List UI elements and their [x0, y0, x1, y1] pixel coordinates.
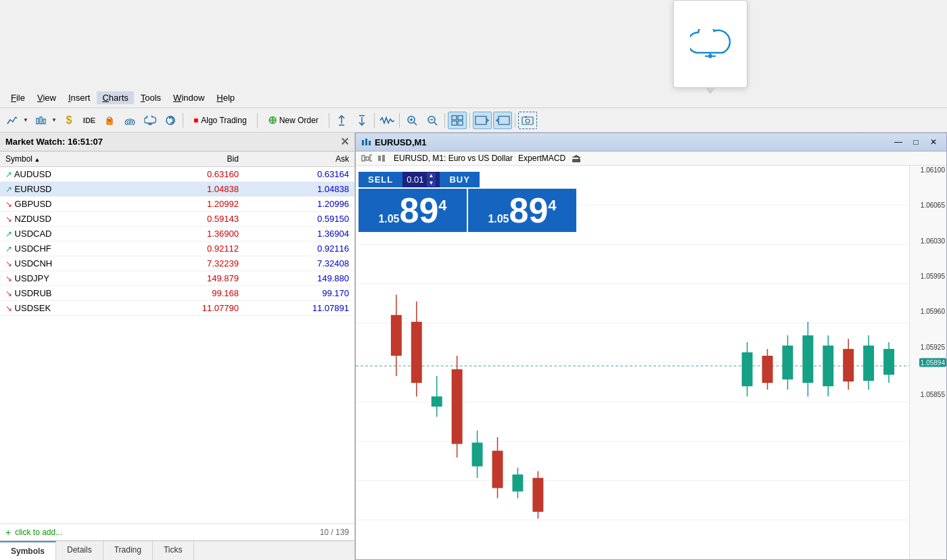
sep1 — [183, 113, 183, 128]
line-chart-arrow[interactable]: ▼ — [22, 112, 30, 129]
chart-maximize[interactable]: □ — [908, 136, 923, 148]
ask-value: 99.170 — [244, 286, 354, 301]
tab-details[interactable]: Details — [56, 541, 103, 560]
bar-chart-btn[interactable] — [31, 112, 50, 129]
signal-btn[interactable] — [120, 112, 139, 129]
tab-ticks[interactable]: Ticks — [153, 541, 194, 560]
ide-btn[interactable]: IDE — [80, 112, 99, 129]
new-order-btn[interactable]: ⊕ New Order — [260, 112, 326, 129]
price-2: 1.06065 — [921, 202, 945, 209]
bar-chart-group: ▼ — [31, 112, 58, 129]
zoom-in-btn[interactable] — [402, 112, 421, 129]
lot-increase[interactable]: ▲ — [427, 172, 436, 179]
direction-icon: ↘ — [5, 214, 12, 224]
table-row[interactable]: ↘ NZDUSD 0.59143 0.59150 — [0, 212, 354, 227]
table-row[interactable]: ↗ AUDUSD 0.63160 0.63164 — [0, 167, 354, 182]
svg-rect-34 — [525, 116, 527, 118]
bid-value: 1.20992 — [134, 197, 244, 212]
grid-btn[interactable] — [448, 112, 467, 129]
tab-trading[interactable]: Trading — [103, 541, 153, 560]
table-row[interactable]: ↘ USDSEK 11.07790 11.07891 — [0, 301, 354, 316]
svg-rect-36 — [365, 139, 367, 145]
table-row[interactable]: ↘ USDJPY 149.879 149.880 — [0, 271, 354, 286]
svg-rect-28 — [452, 121, 457, 125]
svg-rect-29 — [458, 121, 463, 125]
svg-rect-76 — [762, 356, 773, 383]
market-watch-tabs: Symbols Details Trading Ticks — [0, 540, 354, 560]
svg-rect-45 — [578, 157, 580, 160]
direction-icon: ↘ — [5, 200, 12, 209]
svg-rect-6 — [108, 120, 111, 122]
scroll-left-btn[interactable] — [493, 112, 512, 129]
svg-point-33 — [526, 119, 530, 123]
chart-close[interactable]: ✕ — [926, 136, 941, 148]
menu-window[interactable]: Window — [168, 91, 210, 104]
svg-rect-37 — [369, 141, 371, 145]
table-row[interactable]: ↗ EURUSD 1.04838 1.04838 — [0, 182, 354, 197]
main-area: Market Watch: 16:51:07 ✕ Symbol Bid Ask … — [0, 133, 947, 560]
menu-charts[interactable]: Charts — [97, 91, 133, 104]
menu-file[interactable]: File — [5, 91, 30, 104]
menu-view[interactable]: View — [32, 91, 62, 104]
add-label[interactable]: click to add... — [15, 528, 62, 537]
svg-line-20 — [414, 122, 417, 125]
trade-up-btn[interactable] — [332, 112, 351, 129]
refresh-btn[interactable] — [161, 112, 180, 129]
table-row[interactable]: ↗ USDCHF 0.92112 0.92116 — [0, 241, 354, 256]
menu-help[interactable]: Help — [211, 91, 240, 104]
add-icon: + — [5, 527, 11, 538]
sell-price-box: 1.05 89 4 — [359, 189, 467, 232]
algo-trading-btn[interactable]: ■ Algo Trading — [186, 112, 254, 129]
chart-minimize[interactable]: — — [891, 136, 906, 148]
wave-btn[interactable] — [377, 112, 396, 129]
market-watch-panel: Market Watch: 16:51:07 ✕ Symbol Bid Ask … — [0, 133, 355, 560]
table-row[interactable]: ↘ GBPUSD 1.20992 1.20996 — [0, 197, 354, 212]
dollar-btn[interactable]: $ — [60, 112, 78, 129]
symbol-name: ↘ USDSEK — [0, 301, 134, 316]
lot-control: 0.01 ▲ ▼ — [402, 172, 440, 187]
col-symbol[interactable]: Symbol — [0, 151, 134, 167]
line-chart-btn[interactable] — [3, 112, 22, 129]
lot-decrease[interactable]: ▼ — [427, 180, 436, 187]
scroll-right-btn[interactable] — [473, 112, 492, 129]
ask-value: 0.59150 — [244, 212, 354, 227]
menu-insert[interactable]: Insert — [63, 91, 96, 104]
buy-price-box: 1.05 89 4 — [468, 189, 576, 232]
symbol-name: ↗ USDCAD — [0, 227, 134, 241]
bid-value: 11.07790 — [134, 301, 244, 316]
table-row[interactable]: ↗ USDCAD 1.36900 1.36904 — [0, 227, 354, 241]
col-bid[interactable]: Bid — [134, 151, 244, 167]
bid-value: 149.879 — [134, 271, 244, 286]
ask-value: 11.07891 — [244, 301, 354, 316]
ask-value: 1.20996 — [244, 197, 354, 212]
sep2 — [257, 113, 258, 128]
market-watch-close[interactable]: ✕ — [340, 135, 349, 148]
buy-button[interactable]: BUY — [440, 172, 479, 187]
bid-value: 0.63160 — [134, 167, 244, 182]
table-row[interactable]: ↘ USDCNH 7.32239 7.32408 — [0, 256, 354, 271]
direction-icon: ↘ — [5, 304, 12, 313]
ask-value: 0.63164 — [244, 167, 354, 182]
menu-tools[interactable]: Tools — [135, 91, 166, 104]
chart-area: EURUSD,M1 — □ ✕ — [355, 133, 947, 560]
cloud2-btn[interactable] — [141, 112, 160, 129]
sell-button[interactable]: SELL — [359, 172, 402, 187]
svg-rect-80 — [802, 335, 813, 383]
direction-icon: ↗ — [5, 170, 12, 179]
symbol-name: ↘ USDRUB — [0, 286, 134, 301]
svg-rect-66 — [472, 442, 483, 466]
cloud-popup[interactable] — [673, 0, 747, 88]
svg-rect-64 — [452, 369, 463, 444]
bag-btn[interactable] — [100, 112, 119, 129]
screenshot-btn[interactable] — [518, 112, 537, 129]
svg-rect-58 — [391, 315, 402, 356]
tab-symbols[interactable]: Symbols — [0, 541, 56, 560]
chart-symbol-icon — [361, 137, 371, 147]
chart-title-left: EURUSD,M1 — [361, 137, 427, 147]
trading-panel: SELL 0.01 ▲ ▼ BUY — [359, 172, 576, 232]
bar-chart-arrow[interactable]: ▼ — [50, 112, 58, 129]
col-ask[interactable]: Ask — [244, 151, 354, 167]
zoom-out-btn[interactable] — [423, 112, 442, 129]
trade-down-btn[interactable] — [352, 112, 371, 129]
table-row[interactable]: ↘ USDRUB 99.168 99.170 — [0, 286, 354, 301]
